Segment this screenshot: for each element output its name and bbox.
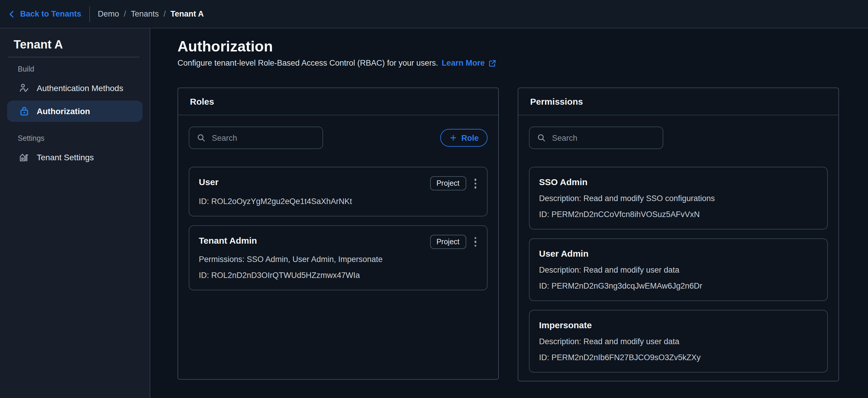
roles-panel-header: Roles — [178, 88, 498, 115]
kebab-menu-icon[interactable] — [473, 176, 477, 191]
plus-icon — [449, 134, 457, 142]
permission-card-sso-admin: SSO Admin Description: Read and modify S… — [529, 167, 828, 229]
role-card-user: User Project ID: ROL2oOyzYgM2gu2eQe1t4Sa… — [189, 167, 488, 216]
role-id: ID: ROL2oOyzYgM2gu2eQe1t4SaXhArNKt — [199, 196, 477, 207]
permission-name: SSO Admin — [539, 176, 588, 188]
search-icon — [196, 133, 206, 142]
topbar-divider — [90, 6, 90, 22]
permissions-panel-title: Permissions — [530, 96, 583, 106]
roles-panel: Roles — [178, 88, 499, 380]
permissions-search — [529, 127, 663, 149]
role-scope-badge: Project — [430, 235, 466, 249]
page-description-text: Configure tenant-level Role-Based Access… — [178, 59, 438, 67]
person-check-icon — [19, 83, 30, 93]
breadcrumb-separator: / — [124, 9, 126, 18]
sidebar: Tenant A Build Authentication Methods — [0, 28, 150, 398]
roles-search — [189, 127, 323, 149]
learn-more-link[interactable]: Learn More — [442, 59, 497, 67]
permission-description: Description: Read and modify user data — [539, 336, 818, 347]
chevron-left-icon — [8, 10, 16, 18]
add-role-button-label: Role — [461, 133, 479, 142]
page-title: Authorization — [178, 37, 868, 56]
permission-name: Impersonate — [539, 319, 592, 331]
permission-card-impersonate: Impersonate Description: Read and modify… — [529, 310, 828, 372]
top-bar: Back to Tenants Demo / Tenants / Tenant … — [0, 0, 868, 28]
search-icon — [537, 133, 546, 142]
breadcrumb-item-tenants[interactable]: Tenants — [131, 9, 159, 18]
sidebar-item-label: Authentication Methods — [37, 84, 123, 93]
lock-icon — [19, 106, 30, 117]
kebab-menu-icon[interactable] — [473, 234, 477, 249]
sidebar-item-authorization[interactable]: Authorization — [7, 101, 143, 122]
back-to-tenants-link[interactable]: Back to Tenants — [8, 9, 81, 18]
sidebar-divider — [8, 57, 140, 57]
learn-more-label: Learn More — [442, 59, 485, 67]
permissions-panel: Permissions — [518, 88, 839, 382]
permissions-panel-header: Permissions — [518, 88, 838, 115]
main-content: Authorization Configure tenant-level Rol… — [150, 28, 868, 398]
page-description: Configure tenant-level Role-Based Access… — [178, 59, 868, 67]
sidebar-title: Tenant A — [13, 37, 140, 52]
permission-name: User Admin — [539, 248, 588, 260]
permission-id: ID: PERM2nD2nG3ng3dcqJwEMAw6Jg2n6Dr — [539, 281, 818, 292]
back-link-label: Back to Tenants — [20, 9, 81, 18]
sidebar-item-tenant-settings[interactable]: Tenant Settings — [7, 147, 143, 168]
building-icon — [19, 152, 30, 163]
breadcrumb-item-current: Tenant A — [170, 9, 204, 18]
sidebar-item-label: Authorization — [37, 106, 90, 116]
breadcrumb: Demo / Tenants / Tenant A — [98, 9, 204, 18]
breadcrumb-separator: / — [164, 9, 166, 18]
external-link-icon — [488, 59, 496, 67]
permission-card-user-admin: User Admin Description: Read and modify … — [529, 238, 828, 301]
breadcrumb-item-demo[interactable]: Demo — [98, 9, 119, 18]
role-name: User — [199, 176, 219, 188]
add-role-button[interactable]: Role — [440, 129, 488, 147]
sidebar-section-build: Build — [18, 65, 150, 73]
roles-search-input[interactable] — [212, 133, 315, 142]
role-id: ID: ROL2nD2nD3OIrQTWUd5HZzmwx47WIa — [199, 270, 477, 281]
role-permissions: Permissions: SSO Admin, User Admin, Impe… — [199, 254, 477, 265]
role-scope-badge: Project — [430, 176, 466, 191]
sidebar-section-settings: Settings — [18, 134, 150, 142]
roles-panel-title: Roles — [190, 96, 214, 106]
sidebar-item-authentication-methods[interactable]: Authentication Methods — [7, 77, 143, 99]
permission-description: Description: Read and modify SSO configu… — [539, 193, 818, 204]
permissions-search-input[interactable] — [552, 133, 656, 142]
sidebar-item-label: Tenant Settings — [37, 153, 94, 162]
role-card-tenant-admin: Tenant Admin Project Permissions: SSO Ad… — [189, 225, 488, 290]
permission-id: ID: PERM2nD2nIb6FN27BJCO9sO3Zv5kZXy — [539, 353, 818, 363]
role-name: Tenant Admin — [199, 234, 257, 246]
app-window: Back to Tenants Demo / Tenants / Tenant … — [0, 0, 868, 398]
permission-description: Description: Read and modify user data — [539, 265, 818, 275]
permission-id: ID: PERM2nD2nCCoVfcn8ihVOSuz5AFvVxN — [539, 209, 818, 220]
